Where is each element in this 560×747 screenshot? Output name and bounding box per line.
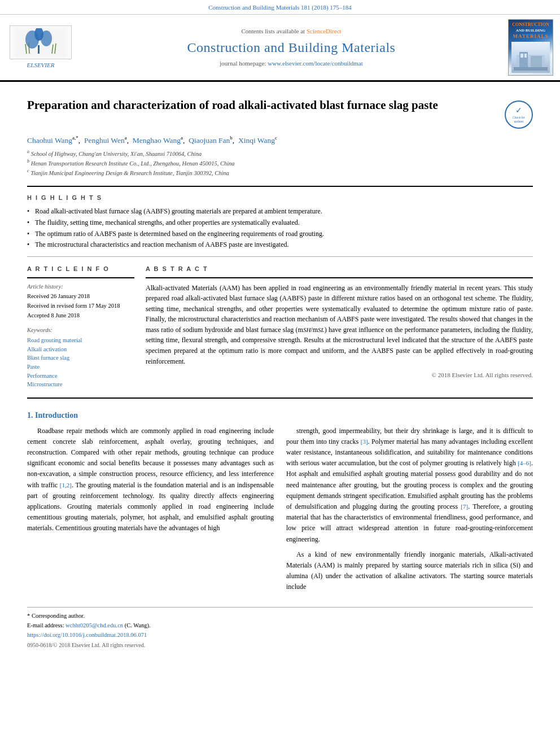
intro-body: Roadbase repair methods which are common… xyxy=(27,426,533,597)
history-received: Received 26 January 2018 xyxy=(27,292,134,301)
check-updates-badge: ✓ Check forupdates xyxy=(505,101,533,129)
email-link[interactable]: wchht0205@chd.edu.cn xyxy=(65,622,123,628)
affiliations: a School of Highway, Chang'an University… xyxy=(27,148,533,178)
keywords-section: Keywords: Road grouting material Alkali … xyxy=(27,326,134,389)
sciencedirect-link[interactable]: ScienceDirect xyxy=(307,28,342,34)
highlights-section: H I G H L I G H T S Road alkali-activate… xyxy=(27,194,533,250)
keyword-6: Microstructure xyxy=(27,381,134,389)
journal-title: Construction and Building Materials xyxy=(80,38,502,58)
divider-after-highlights xyxy=(27,256,533,257)
journal-header: ELSEVIER Contents lists available at Sci… xyxy=(0,15,560,82)
elsevier-svg xyxy=(15,28,66,56)
author-qiaojuan[interactable]: Qiaojuan Fan xyxy=(189,136,230,145)
intro-para-1: Roadbase repair methods which are common… xyxy=(27,426,274,534)
elsevier-logo-image xyxy=(10,25,72,59)
divider-after-affiliations xyxy=(27,186,533,187)
keyword-1: Road grouting material xyxy=(27,337,134,345)
keyword-4: Paste xyxy=(27,363,134,372)
check-updates-text: Check forupdates xyxy=(513,116,525,124)
author-menghao[interactable]: Menghao Wang xyxy=(133,136,181,145)
ref-7: [7] xyxy=(461,503,468,510)
ref-3: [3] xyxy=(361,438,368,445)
article-title-section: Preparation and characterization of road… xyxy=(27,98,533,129)
abstract-label: A B S T R A C T xyxy=(146,265,533,273)
article-info-label: A R T I C L E I N F O xyxy=(27,265,134,273)
keyword-3: Blast furnace slag xyxy=(27,354,134,362)
highlights-list: Road alkali-activated blast furnace slag… xyxy=(27,207,533,250)
elsevier-wordmark: ELSEVIER xyxy=(27,61,55,69)
intro-text-right: strength, good impermeability, but their… xyxy=(286,426,533,593)
cover-svg xyxy=(514,43,548,71)
intro-text-left: Roadbase repair methods which are common… xyxy=(27,426,274,534)
authors-line: Chaohui Wanga,*, Penghui Wena, Menghao W… xyxy=(27,134,533,146)
introduction-section: 1. Introduction Roadbase repair methods … xyxy=(27,410,533,597)
cover-text: Construction and Building MATERIALS xyxy=(512,22,549,40)
journal-homepage: journal homepage: www.elsevier.com/locat… xyxy=(80,59,502,68)
email-label: E-mail address: xyxy=(27,622,64,628)
intro-para-2: strength, good impermeability, but their… xyxy=(286,426,533,545)
email-suffix: (C. Wang). xyxy=(125,622,151,628)
ref-1-2: [1,2] xyxy=(60,482,72,488)
journal-ref-bar: Construction and Building Materials 181 … xyxy=(0,0,560,15)
contents-available: Contents lists available at ScienceDirec… xyxy=(80,27,502,36)
intro-col-right: strength, good impermeability, but their… xyxy=(286,426,533,597)
affil-b: b Henan Transportation Research Institut… xyxy=(27,158,533,168)
svg-rect-1 xyxy=(38,45,40,54)
email-line: E-mail address: wchht0205@chd.edu.cn (C.… xyxy=(27,622,533,630)
svg-rect-14 xyxy=(524,54,527,58)
cover-illustration xyxy=(511,42,550,73)
corresponding-note: * Corresponding author. xyxy=(27,612,533,621)
svg-line-6 xyxy=(29,43,29,54)
footnote-area: * Corresponding author. E-mail address: … xyxy=(27,607,533,649)
highlight-item-4: The microstructural characteristics and … xyxy=(27,240,533,250)
affil-a: a School of Highway, Chang'an University… xyxy=(27,148,533,158)
abstract-copyright: © 2018 Elsevier Ltd. All rights reserved… xyxy=(146,371,533,379)
intro-heading: 1. Introduction xyxy=(27,410,533,421)
author-xinqi[interactable]: Xinqi Wang xyxy=(238,136,275,145)
highlights-label: H I G H L I G H T S xyxy=(27,194,533,202)
history-accepted: Accepted 8 June 2018 xyxy=(27,312,134,320)
abstract-formula2: SL xyxy=(318,326,325,333)
doi-link[interactable]: https://doi.org/10.1016/j.conbuildmat.20… xyxy=(27,632,147,638)
homepage-url[interactable]: www.elsevier.com/locate/conbuildmat xyxy=(268,60,363,67)
main-content: Preparation and characterization of road… xyxy=(0,82,560,660)
journal-cover-image: Construction and Building MATERIALS xyxy=(508,19,553,76)
article-info-col: A R T I C L E I N F O Article history: R… xyxy=(27,265,134,390)
issn-copyright: 0950-0618/© 2018 Elsevier Ltd. All right… xyxy=(27,641,533,649)
keywords-label: Keywords: xyxy=(27,326,134,335)
doi-line: https://doi.org/10.1016/j.conbuildmat.20… xyxy=(27,631,533,640)
ref-4-6: [4–6] xyxy=(518,460,531,466)
keyword-2: Alkali activation xyxy=(27,346,134,354)
svg-rect-11 xyxy=(531,56,542,69)
divider-intro xyxy=(27,397,533,399)
article-info-abstract: A R T I C L E I N F O Article history: R… xyxy=(27,265,533,390)
info-divider xyxy=(27,277,134,278)
check-icon: ✓ xyxy=(515,106,522,116)
highlight-item-3: The optimum ratio of AABFS paste is dete… xyxy=(27,229,533,239)
journal-ref-text: Construction and Building Materials 181 … xyxy=(208,4,352,11)
history-revised: Received in revised form 17 May 2018 xyxy=(27,302,134,311)
intro-col-left: Roadbase repair methods which are common… xyxy=(27,426,274,597)
article-title: Preparation and characterization of road… xyxy=(27,98,499,113)
author-chaohui[interactable]: Chaohui Wang xyxy=(27,136,72,145)
abstract-formula1: SH xyxy=(303,326,310,333)
abstract-text-part2: /m xyxy=(310,326,318,334)
svg-rect-13 xyxy=(520,54,523,58)
abstract-text: Alkali-activated Materials (AAM) has bee… xyxy=(146,283,533,367)
abstract-divider xyxy=(146,277,533,278)
history-label: Article history: xyxy=(27,283,134,291)
svg-rect-12 xyxy=(514,67,548,71)
highlight-item-1: Road alkali-activated blast furnace slag… xyxy=(27,207,533,216)
title-container: Preparation and characterization of road… xyxy=(27,98,499,113)
journal-center: Contents lists available at ScienceDirec… xyxy=(80,27,502,68)
highlight-item-2: The fluidity, setting time, mechanical s… xyxy=(27,218,533,228)
elsevier-logo: ELSEVIER xyxy=(7,25,75,69)
keyword-5: Performance xyxy=(27,372,134,381)
intro-para-3: As a kind of new environmentally friendl… xyxy=(286,549,533,593)
author-penghui[interactable]: Penghui Wen xyxy=(84,136,125,145)
affil-c: c Tianjin Municipal Engineering Design &… xyxy=(27,168,533,177)
abstract-col: A B S T R A C T Alkali-activated Materia… xyxy=(146,265,533,390)
